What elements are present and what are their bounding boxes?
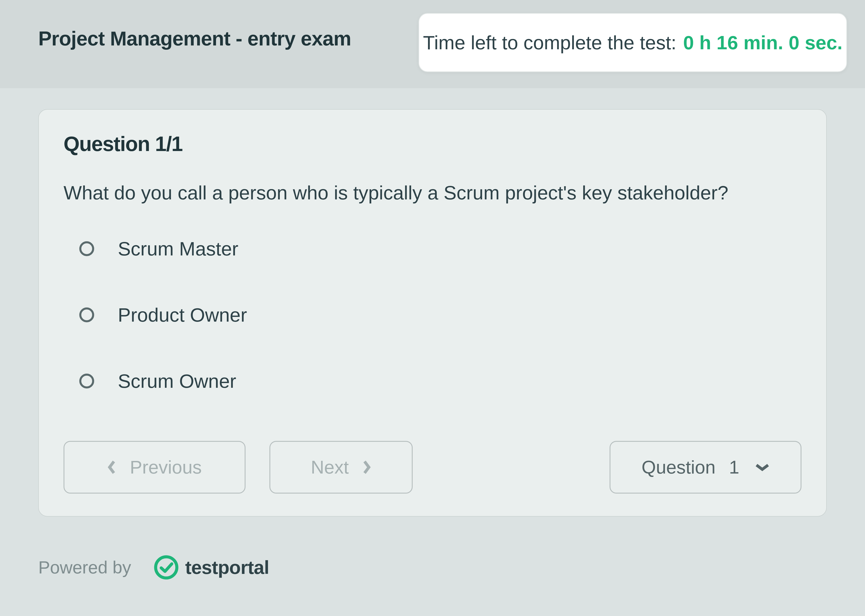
- next-button[interactable]: Next: [269, 441, 413, 493]
- radio-icon[interactable]: [79, 241, 94, 256]
- option-1[interactable]: Scrum Master: [79, 238, 802, 260]
- option-label: Scrum Master: [118, 238, 238, 260]
- question-text: What do you call a person who is typical…: [63, 182, 802, 204]
- svg-point-0: [156, 557, 177, 578]
- timer-panel: Time left to complete the test: 0 h 16 m…: [419, 13, 847, 72]
- chevron-right-icon: [362, 460, 371, 475]
- question-selector-label: Question: [641, 457, 715, 478]
- timer-label: Time left to complete the test:: [423, 31, 676, 54]
- previous-button[interactable]: Previous: [63, 441, 246, 493]
- radio-icon[interactable]: [79, 308, 94, 322]
- next-button-label: Next: [311, 457, 349, 478]
- question-card: Question 1/1 What do you call a person w…: [38, 109, 827, 517]
- options-list: Scrum Master Product Owner Scrum Owner: [63, 238, 802, 392]
- previous-button-label: Previous: [130, 457, 202, 478]
- brand[interactable]: testportal: [154, 555, 269, 580]
- header: Project Management - entry exam Time lef…: [0, 0, 865, 88]
- powered-by-label: Powered by: [38, 557, 131, 578]
- option-label: Product Owner: [118, 304, 247, 326]
- radio-icon[interactable]: [79, 374, 94, 388]
- option-3[interactable]: Scrum Owner: [79, 370, 802, 392]
- option-2[interactable]: Product Owner: [79, 304, 802, 326]
- brand-name: testportal: [185, 556, 269, 578]
- question-selector[interactable]: Question 1: [610, 441, 802, 493]
- footer: Powered by testportal: [38, 555, 269, 580]
- question-number-heading: Question 1/1: [63, 132, 802, 156]
- exam-title: Project Management - entry exam: [38, 27, 351, 50]
- question-selector-value: 1: [729, 457, 739, 478]
- chevron-left-icon: [107, 460, 116, 475]
- chevron-down-icon: [755, 463, 769, 472]
- option-label: Scrum Owner: [118, 370, 236, 392]
- nav-row: Previous Next Question 1: [63, 441, 802, 493]
- brand-logo-icon: [154, 555, 179, 580]
- timer-value: 0 h 16 min. 0 sec.: [683, 31, 843, 54]
